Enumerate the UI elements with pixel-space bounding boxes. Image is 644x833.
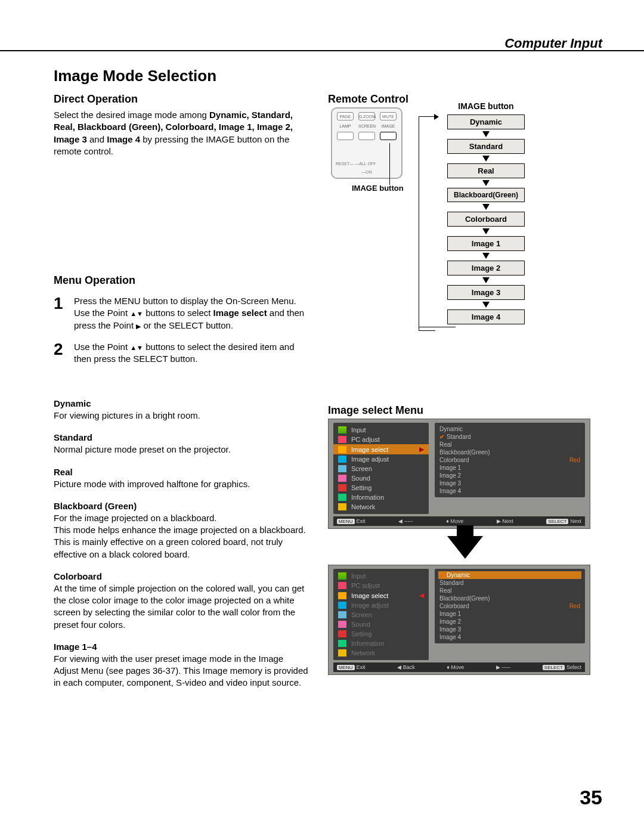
osd-opt: Image 2 <box>439 472 461 479</box>
heading-direct: Direct Operation <box>54 93 310 106</box>
step-text-seg: Use the Point <box>74 342 130 352</box>
sound-icon <box>338 621 346 628</box>
step-text-seg: or the SELECT button. <box>141 320 233 330</box>
step-text-seg: buttons to select <box>143 308 213 318</box>
remote-callout: IMAGE button <box>352 184 404 193</box>
page-number: 35 <box>580 786 602 809</box>
osd-foot-move: Move <box>451 664 464 670</box>
sound-icon <box>338 475 346 482</box>
mode-title-colorboard: Colorboard <box>54 571 310 581</box>
osd-item: Information <box>351 494 384 501</box>
heading-remote: Remote Control <box>328 93 408 106</box>
arrow-down-icon <box>482 180 490 186</box>
flow-return-line <box>419 116 435 331</box>
osd-opt: Colorboard <box>439 457 469 463</box>
osd-foot-move: Move <box>450 518 463 524</box>
section-header: Computer Input <box>504 36 602 51</box>
remote-on-label: —ON <box>361 170 372 174</box>
osd-opt: Image 4 <box>439 634 461 640</box>
flow-label: IMAGE button <box>435 101 537 111</box>
osd-foot-select: Next <box>570 518 581 524</box>
mode-descriptions: DynamicFor viewing pictures in a bright … <box>54 398 310 700</box>
mode-desc: For the image projected on a blackboard.… <box>54 512 310 561</box>
osd-item: Network <box>351 649 375 657</box>
osd-opt: Colorboard <box>439 603 469 609</box>
page-title: Image Mode Selection <box>54 67 216 85</box>
osd-screenshot-1: Input PC adjust Image select▶ Image adju… <box>328 419 590 529</box>
arrow-down-icon <box>482 204 490 210</box>
osd-foot-menu: MENU <box>337 519 355 524</box>
arrow-down-icon <box>482 302 490 308</box>
osd-main-menu: Input PC adjust Image select◀ Image adju… <box>333 569 429 660</box>
osd-item: Setting <box>351 630 371 637</box>
mode-title-blackboard: Blackboard (Green) <box>54 501 310 511</box>
remote-lbl-image: IMAGE <box>380 124 397 128</box>
osd-opt: Blackboard(Green) <box>439 449 490 456</box>
osd-opt: Standard <box>439 580 464 586</box>
osd-item: Image adjust <box>351 456 389 463</box>
step-text-bold: Image select <box>213 308 267 318</box>
image-adjust-icon <box>338 602 346 609</box>
osd-opt: Image 2 <box>439 618 461 625</box>
flow-box-image3: Image 3 <box>447 285 525 300</box>
osd-item: Screen <box>351 611 372 618</box>
triangle-up-icon <box>130 342 137 352</box>
screen-icon <box>338 465 346 472</box>
osd-foot-menu: MENU <box>337 665 355 670</box>
osd-item: Information <box>351 640 384 647</box>
osd-colorboard-value: Red <box>569 457 580 463</box>
osd-opt: Blackboard(Green) <box>439 595 490 602</box>
flow-box-dynamic: Dynamic <box>447 114 525 129</box>
osd-opt: Dynamic <box>439 426 463 432</box>
network-icon <box>338 503 346 510</box>
mode-desc: Normal picture mode preset on the projec… <box>54 444 310 456</box>
osd-item: Network <box>351 503 375 510</box>
mode-desc: Picture mode with improved halftone for … <box>54 478 310 490</box>
flow-box-blackboard: Blackboard(Green) <box>447 188 525 202</box>
screen-icon <box>338 611 346 618</box>
setting-icon <box>338 630 346 637</box>
step-2: 2 Use the Point buttons to select the de… <box>54 341 310 366</box>
osd-foot-selbtn: SELECT <box>543 665 565 670</box>
osd-item: PC adjust <box>351 582 380 589</box>
osd-item: Setting <box>351 484 371 491</box>
direct-text-before: Select the desired image mode among <box>54 110 209 120</box>
pc-adjust-icon <box>338 436 346 443</box>
osd-item: Sound <box>351 621 370 628</box>
big-arrow-down-icon <box>447 536 483 559</box>
osd-submenu: Dynamic ✔Standard Real Blackboard(Green)… <box>435 423 585 497</box>
flow-box-image2: Image 2 <box>447 261 525 275</box>
remote-lbl-screen: SCREEN <box>358 124 375 128</box>
osd-foot-select: Select <box>566 664 581 670</box>
triangle-down-icon <box>137 308 143 318</box>
osd-foot-exit: Exit <box>357 664 366 670</box>
osd-submenu: ✔Dynamic Standard Real Blackboard(Green)… <box>435 569 585 643</box>
osd-item: Input <box>351 572 366 580</box>
osd-foot-next: Next <box>502 518 513 524</box>
osd-foot-exit: Exit <box>357 518 366 524</box>
arrow-down-icon <box>482 253 490 259</box>
mode-desc: At the time of simple projection on the … <box>54 583 310 631</box>
osd-opt: Real <box>439 587 452 594</box>
osd-opt: Dynamic <box>447 572 470 578</box>
remote-lbl-lamp: LAMP <box>337 124 354 128</box>
osd-item: Image adjust <box>351 602 389 609</box>
mode-title-image14: Image 1–4 <box>54 642 310 652</box>
mode-title-real: Real <box>54 467 310 477</box>
network-icon <box>338 649 346 657</box>
flow-box-image1: Image 1 <box>447 236 525 251</box>
setting-icon <box>338 484 346 491</box>
remote-reset-label: RESET— —ALL OFF <box>336 162 376 166</box>
osd-colorboard-value: Red <box>569 603 580 609</box>
image-select-icon <box>338 592 346 599</box>
mode-desc: For viewing with the user preset image m… <box>54 653 310 689</box>
heading-image-select-menu: Image select Menu <box>328 404 423 417</box>
osd-item: Screen <box>351 465 372 472</box>
image-adjust-icon <box>338 456 346 463</box>
heading-menu: Menu Operation <box>54 274 310 287</box>
pc-adjust-icon <box>338 582 346 589</box>
image-button-flow: IMAGE button Dynamic Standard Real Black… <box>435 101 537 324</box>
direct-paragraph: Select the desired image mode among Dyna… <box>54 109 310 157</box>
triangle-down-icon <box>137 342 143 352</box>
triangle-up-icon <box>130 308 137 318</box>
